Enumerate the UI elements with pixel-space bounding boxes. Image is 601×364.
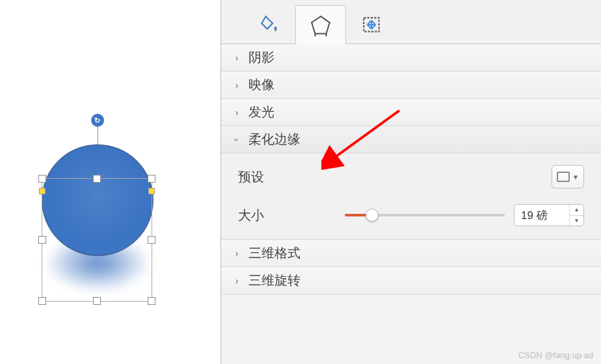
chevron-right-icon: ›: [233, 53, 241, 63]
size-input[interactable]: 19 磅 ▲ ▼: [514, 204, 584, 226]
canvas[interactable]: ↻: [0, 0, 221, 364]
chevron-right-icon: ›: [233, 107, 241, 118]
accordion-label: 柔化边缘: [248, 131, 300, 148]
ellipse-shape[interactable]: [42, 144, 154, 256]
svg-marker-0: [312, 16, 330, 34]
accordion-label: 三维旋转: [248, 272, 300, 289]
format-shape-pane: › 阴影 › 映像 › 发光 › 柔化边缘 预设 ▼ 大小: [221, 0, 601, 364]
size-field: 大小 19 磅 ▲ ▼: [238, 204, 584, 226]
accordion-label: 三维格式: [248, 244, 300, 262]
size-label: 大小: [238, 207, 345, 224]
accordion-glow[interactable]: › 发光: [221, 99, 601, 126]
accordion-3d-format[interactable]: › 三维格式: [221, 240, 601, 267]
accordion-label: 发光: [248, 103, 274, 121]
accordion-soft-edges[interactable]: › 柔化边缘: [221, 126, 601, 153]
handle-br[interactable]: [148, 297, 155, 305]
chevron-down-icon: ›: [232, 136, 242, 144]
rotate-handle[interactable]: ↻: [91, 114, 104, 127]
handle-bm[interactable]: [93, 297, 101, 305]
soft-edges-panel: 预设 ▼ 大小 19 磅 ▲ ▼: [221, 153, 601, 240]
slider-thumb[interactable]: [366, 209, 379, 222]
accordion-shadow[interactable]: › 阴影: [221, 44, 601, 72]
handle-bl[interactable]: [38, 297, 46, 305]
size-slider[interactable]: [345, 214, 505, 216]
format-tabs: [221, 0, 601, 44]
preset-label: 预设: [238, 168, 345, 186]
shape-effects-tab[interactable]: [295, 5, 346, 44]
stepper-up[interactable]: ▲: [570, 205, 583, 216]
chevron-right-icon: ›: [233, 80, 241, 90]
accordion-3d-rotation[interactable]: › 三维旋转: [221, 267, 601, 294]
size-value[interactable]: 19 磅: [514, 205, 569, 226]
size-properties-tab[interactable]: [346, 5, 397, 44]
stepper-down[interactable]: ▼: [570, 216, 583, 226]
accordion-label: 映像: [248, 76, 274, 94]
accordion-reflection[interactable]: › 映像: [221, 72, 601, 99]
size-stepper: ▲ ▼: [569, 205, 583, 226]
caret-down-icon: ▼: [572, 174, 579, 181]
watermark: CSDN @fang·up·ad: [518, 350, 593, 360]
preset-swatch-icon: [557, 172, 570, 182]
chevron-right-icon: ›: [233, 276, 241, 286]
handle-mr[interactable]: [148, 236, 155, 244]
handle-ml[interactable]: [38, 236, 46, 244]
chevron-right-icon: ›: [233, 248, 241, 259]
preset-field: 预设 ▼: [238, 165, 584, 188]
fill-tab[interactable]: [245, 5, 295, 44]
selected-shape[interactable]: ↻: [34, 144, 161, 307]
rotate-stem: [98, 125, 98, 144]
preset-dropdown[interactable]: ▼: [552, 165, 584, 188]
accordion-label: 阴影: [248, 49, 274, 66]
